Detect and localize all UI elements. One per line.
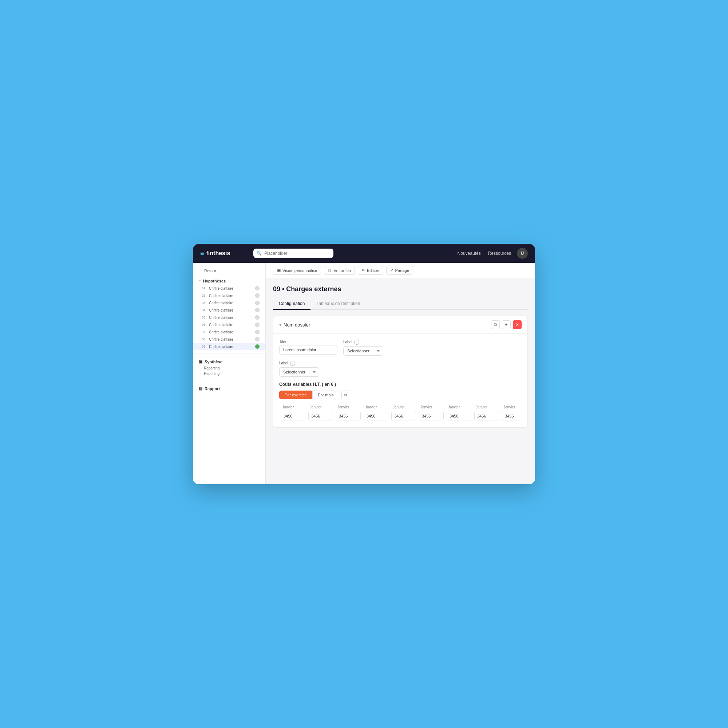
table-cell — [362, 411, 390, 422]
sidebar-item[interactable]: 03 Chiffre d'affaire — [193, 299, 265, 306]
item-label: Chiffre d'affaire — [209, 308, 233, 312]
toggle-par-exercice[interactable]: Par exercice — [279, 391, 312, 399]
avatar-button[interactable]: U — [517, 248, 528, 259]
reporting-item-1[interactable]: Reporting — [199, 366, 260, 371]
tab-configuration[interactable]: Configuration — [273, 298, 310, 310]
back-label: Retour — [204, 269, 216, 273]
form-group-titre: Titre — [279, 340, 337, 355]
titre-label: Titre — [279, 340, 337, 344]
item-label: Chiffre d'affaire — [209, 286, 233, 291]
status-dot — [255, 315, 260, 320]
status-dot — [255, 286, 260, 291]
delete-button[interactable]: ✕ — [513, 320, 522, 329]
couts-section-title: Coûts variables H.T. ( en € ) — [279, 382, 522, 387]
rapport-label: Rapport — [205, 387, 220, 391]
hypotheses-icon: ≡ — [199, 279, 201, 283]
form-row-1: Titre Label i Selectionner — [279, 340, 522, 356]
add-button[interactable]: + — [502, 320, 511, 329]
table-head: JanvierJanvierJanvierJanvierJanvierJanvi… — [279, 404, 522, 411]
duplicate-button[interactable]: ⧉ — [491, 320, 500, 329]
item-prefix: 02 — [202, 294, 207, 297]
sidebar-item[interactable]: 08 Chiffre d'affaire — [193, 336, 265, 343]
label1-label: Label — [343, 340, 352, 344]
card-actions: ⧉ + ✕ — [491, 320, 522, 329]
search-bar[interactable]: 🔍 — [253, 249, 333, 258]
back-button[interactable]: ← Retour — [193, 267, 265, 277]
sidebar-item[interactable]: 01 Chiffre d'affaire — [193, 284, 265, 292]
status-dot — [255, 323, 260, 327]
label1-info-icon[interactable]: i — [354, 340, 359, 345]
sidebar-item[interactable]: 09 Chiffre d'affaire — [193, 343, 265, 350]
synthese-header[interactable]: ▣ Synthèse — [199, 358, 260, 366]
item-label: Chiffre d'affaire — [209, 316, 233, 320]
item-label: Chiffre d'affaire — [209, 301, 233, 305]
table-cell — [279, 411, 307, 422]
toggle-par-mois[interactable]: Par mois — [312, 391, 339, 399]
label1-label-row: Label i — [343, 340, 383, 345]
logo: ≡ finthesis — [200, 250, 248, 257]
copy-button[interactable]: ⧉ — [341, 391, 350, 399]
cell-input[interactable] — [308, 412, 333, 421]
card-title-row: ▾ Nom dossier — [279, 322, 491, 327]
item-label: Chiffre d'affaire — [209, 330, 233, 334]
cell-input[interactable] — [336, 412, 361, 421]
label2-select[interactable]: Selectionner — [279, 367, 319, 377]
table-col-header: Janvier — [390, 404, 418, 411]
table-cell — [335, 411, 362, 422]
cell-input[interactable] — [391, 412, 416, 421]
table-cell — [307, 411, 335, 422]
table-cell — [445, 411, 473, 422]
table-col-header: Janvier — [335, 404, 362, 411]
back-arrow-icon: ← — [199, 269, 203, 273]
edition-button[interactable]: ✏ Edition — [358, 266, 383, 275]
reporting-item-2[interactable]: Reporting — [199, 371, 260, 376]
toggle-group: Par exercice Par mois ⧉ — [279, 391, 522, 399]
table-cell — [500, 411, 522, 422]
status-dot — [255, 344, 260, 349]
sidebar-item[interactable]: 04 Chiffre d'affaire — [193, 306, 265, 314]
rapport-section[interactable]: ▤ Rapport — [193, 384, 265, 393]
item-prefix: 06 — [202, 323, 207, 327]
table-col-header: Janvier — [362, 404, 390, 411]
nav-link-ressources[interactable]: Ressources — [488, 251, 511, 256]
table-cell — [390, 411, 418, 422]
item-prefix: 09 — [202, 345, 207, 348]
logo-text: finthesis — [206, 250, 230, 257]
chevron-icon[interactable]: ▾ — [279, 322, 281, 327]
item-label: Chiffre d'affaire — [209, 294, 233, 298]
tab-tableaux[interactable]: Tableaux de restitution — [310, 298, 366, 310]
synthese-label: Synthèse — [205, 359, 222, 364]
cell-input[interactable] — [364, 412, 388, 421]
label1-select[interactable]: Selectionner — [343, 346, 383, 356]
cell-input[interactable] — [419, 412, 444, 421]
status-dot — [255, 301, 260, 305]
visuel-button[interactable]: ▣ Visuel personnalisé — [273, 266, 321, 275]
nav-links: Nouveautés Ressources — [457, 251, 511, 256]
edition-label: Edition — [367, 268, 379, 273]
sidebar-items-list: 01 Chiffre d'affaire 02 Chiffre d'affair… — [193, 284, 265, 350]
cell-input[interactable] — [502, 412, 522, 421]
label2-info-icon[interactable]: i — [290, 361, 295, 366]
table-row — [279, 411, 522, 422]
sidebar-item[interactable]: 07 Chiffre d'affaire — [193, 328, 265, 336]
titre-input[interactable] — [279, 345, 337, 355]
synthese-section: ▣ Synthèse Reporting Reporting — [193, 356, 265, 378]
sidebar: ← Retour ≡ Hypothèses 01 Chiffre d'affai… — [193, 263, 266, 484]
cell-input[interactable] — [447, 412, 471, 421]
form-group-label1: Label i Selectionner — [343, 340, 383, 356]
sidebar-item[interactable]: 02 Chiffre d'affaire — [193, 292, 265, 299]
en-million-button[interactable]: ◎ En million — [324, 266, 355, 275]
cell-input[interactable] — [281, 412, 305, 421]
en-million-icon: ◎ — [328, 268, 332, 273]
sidebar-item[interactable]: 06 Chiffre d'affaire — [193, 321, 265, 328]
edition-icon: ✏ — [362, 268, 365, 273]
main-content: ▣ Visuel personnalisé ◎ En million ✏ Edi… — [266, 263, 535, 484]
partage-button[interactable]: ↗ Partage — [386, 266, 413, 275]
search-input[interactable] — [253, 249, 333, 258]
nav-link-nouveautes[interactable]: Nouveautés — [457, 251, 481, 256]
sidebar-item[interactable]: 05 Chiffre d'affaire — [193, 314, 265, 321]
status-dot — [255, 294, 260, 298]
data-table-wrap: JanvierJanvierJanvierJanvierJanvierJanvi… — [279, 404, 522, 422]
form-row-2: Label i Selectionner — [279, 361, 522, 377]
cell-input[interactable] — [474, 412, 499, 421]
